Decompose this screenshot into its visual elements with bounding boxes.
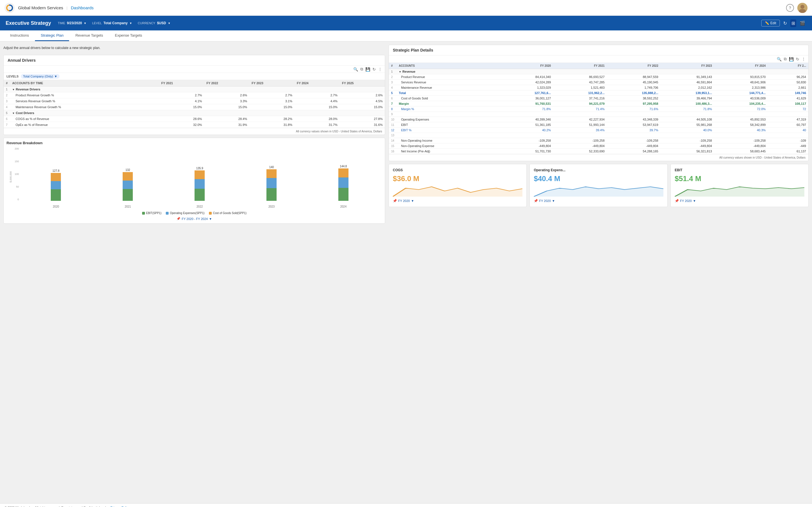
bar-chart-inner: 127.8132135.9140144.8 xyxy=(20,147,379,201)
table-row: 15 Non-Operating Expense -449,804-449,80… xyxy=(389,144,808,149)
cell-value[interactable]: 28.0% xyxy=(295,116,340,122)
bar-group: 135.9 xyxy=(164,167,236,201)
cell-value: 131,962,2... xyxy=(553,91,607,96)
cell-value: 61,137 xyxy=(768,149,808,154)
avatar[interactable] xyxy=(797,3,808,13)
cell-value: 54,288,165 xyxy=(607,149,660,154)
cogs-bar-segment xyxy=(123,172,133,180)
cell-value: 93,815,570 xyxy=(714,74,768,80)
more-icon[interactable]: ⋮ xyxy=(378,67,382,71)
cell-value[interactable]: 28.2% xyxy=(250,116,295,122)
camera-button[interactable]: 🎬 xyxy=(799,19,806,27)
refresh-icon[interactable]: ↻ xyxy=(372,67,376,71)
annual-drivers-footer: All currency values shown in USD - Unite… xyxy=(4,128,385,135)
cell-value[interactable]: 2.7% xyxy=(295,93,340,98)
cell-value xyxy=(553,112,607,117)
cell-value[interactable]: 27.8% xyxy=(340,116,385,122)
cell-value[interactable]: 28.4% xyxy=(204,116,249,122)
cell-value[interactable]: 15.0% xyxy=(250,104,295,110)
search-icon[interactable]: 🔍 xyxy=(353,67,358,71)
cell-value[interactable]: 4.1% xyxy=(159,98,204,104)
level-filter[interactable]: LEVEL Total Company ▼ xyxy=(92,21,132,25)
cell-value[interactable]: 2.7% xyxy=(159,93,204,98)
table-row: 4 Maintenance Revenue 1,323,0291,521,483… xyxy=(389,85,808,91)
cell-value[interactable]: 4.4% xyxy=(295,98,340,104)
cell-value[interactable]: 31.8% xyxy=(250,122,295,128)
cell-value[interactable]: 28.6% xyxy=(159,116,204,122)
sp-col-more: FY 2... xyxy=(768,63,808,69)
time-filter[interactable]: TIME 9/23/2020 ▼ xyxy=(58,21,87,25)
cell-value: 40.2% xyxy=(499,128,553,133)
cell-value[interactable]: 15.0% xyxy=(204,104,249,110)
cell-value: 144,771,4... xyxy=(714,91,768,96)
save-icon[interactable]: 💾 xyxy=(365,67,370,71)
chart-range[interactable]: 📌 FY 2020 - FY 2024 ▼ xyxy=(6,217,382,221)
sp-col-2020: FY 2020 xyxy=(499,63,553,69)
tab-revenue-targets[interactable]: Revenue Targets xyxy=(70,31,109,41)
x-axis-label: 2024 xyxy=(307,205,379,208)
cell-value[interactable]: 2.6% xyxy=(340,93,385,98)
dashboards-link[interactable]: Dashboards xyxy=(71,5,94,10)
privacy-policy-link[interactable]: Privacy Policy xyxy=(110,506,130,507)
bar-top-label: 144.8 xyxy=(340,165,347,168)
edit-button[interactable]: ✏️ Edit xyxy=(761,20,780,26)
cell-value[interactable]: 15.0% xyxy=(295,104,340,110)
cell-value: 51,361,185 xyxy=(499,122,553,128)
currency-filter[interactable]: CURRENCY $USD ▼ xyxy=(138,21,170,25)
grid-view-button[interactable]: ⊞ xyxy=(790,19,796,27)
cell-value: 88,947,559 xyxy=(607,74,660,80)
row-num: 15 xyxy=(389,144,396,149)
cell-value: 53,947,619 xyxy=(607,122,660,128)
cell-value xyxy=(204,110,249,116)
cell-value[interactable]: 15.0% xyxy=(340,104,385,110)
row-label: ▼Revenue xyxy=(396,69,499,74)
cell-value: 94,221,079 xyxy=(553,101,607,107)
cell-value: 39.7% xyxy=(607,128,660,133)
help-icon[interactable]: ? xyxy=(786,4,794,12)
cell-value[interactable]: 3.3% xyxy=(204,98,249,104)
opex-bar-segment xyxy=(195,179,205,189)
row-label: Services Revenue Growth % xyxy=(10,98,159,104)
sp-more-icon[interactable]: ⋮ xyxy=(802,57,806,61)
row-label: OpEx as % of Revenue xyxy=(10,122,159,128)
kpi-footer[interactable]: 📌 FY 2020 ▼ xyxy=(534,199,663,203)
col-fy2023: FY 2023 xyxy=(250,80,295,87)
tab-strategic-plan[interactable]: Strategic Plan xyxy=(35,31,69,41)
copy-icon[interactable]: ⧉ xyxy=(360,67,363,71)
cell-value xyxy=(295,87,340,93)
row-label: EBIT xyxy=(396,122,499,128)
cell-value[interactable]: 31.6% xyxy=(340,122,385,128)
bar-stack xyxy=(338,168,349,201)
cell-value xyxy=(204,87,249,93)
cell-value[interactable]: 31.9% xyxy=(204,122,249,128)
cell-value: 43,348,339 xyxy=(607,117,660,122)
tab-instructions[interactable]: Instructions xyxy=(4,31,35,41)
kpi-footer[interactable]: 📌 FY 2020 ▼ xyxy=(675,199,804,203)
cell-value: 71.8% xyxy=(661,107,714,112)
cell-value[interactable]: 31.7% xyxy=(295,122,340,128)
cell-value xyxy=(607,112,660,117)
cell-value: 40.0% xyxy=(661,128,714,133)
cell-value: 139,953,1... xyxy=(661,91,714,96)
legend-label: Cost of Goods Sold(SPP1) xyxy=(213,212,246,215)
row-label: EBIT % xyxy=(396,128,499,133)
refresh-button[interactable]: ↻ xyxy=(782,19,788,27)
cell-value[interactable]: 32.0% xyxy=(159,122,204,128)
cell-value[interactable]: 3.1% xyxy=(250,98,295,104)
cell-value[interactable]: 4.5% xyxy=(340,98,385,104)
cell-value[interactable]: 2.7% xyxy=(250,93,295,98)
bar-group: 140 xyxy=(236,166,308,201)
cell-value[interactable]: 2.6% xyxy=(204,93,249,98)
tab-expense-targets[interactable]: Expense Targets xyxy=(109,31,148,41)
sp-copy-icon[interactable]: ⧉ xyxy=(784,57,786,61)
row-label: Maintenance Revenue Growth % xyxy=(10,104,159,110)
sp-search-icon[interactable]: 🔍 xyxy=(777,57,781,61)
sp-refresh-icon[interactable]: ↻ xyxy=(796,57,799,61)
kpi-footer[interactable]: 📌 FY 2020 ▼ xyxy=(393,199,522,203)
sp-save-icon[interactable]: 💾 xyxy=(789,57,794,61)
levels-value[interactable]: Total Company (Only) ▼ xyxy=(21,74,59,78)
table-row: 10 Operating Expenses 40,399,34642,227,9… xyxy=(389,117,808,122)
cell-value: 37,741,216 xyxy=(553,96,607,101)
cell-value[interactable]: 15.0% xyxy=(159,104,204,110)
cell-value: -449,804 xyxy=(499,144,553,149)
